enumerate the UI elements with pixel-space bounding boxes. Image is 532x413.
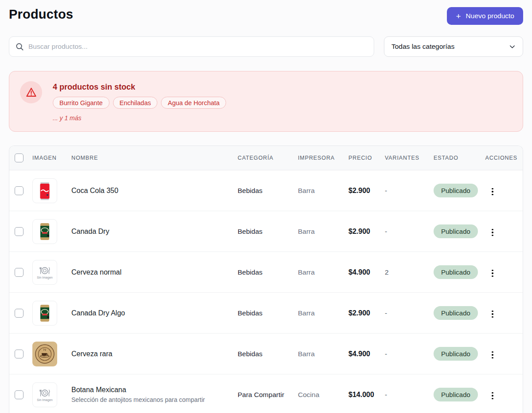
row-checkbox[interactable] bbox=[15, 309, 23, 318]
product-printer: Barra bbox=[298, 187, 348, 195]
chevron-down-icon bbox=[509, 43, 516, 50]
product-name: Cerveza rara bbox=[71, 350, 235, 358]
alert-title: 4 productos sin stock bbox=[53, 81, 226, 92]
product-printer: Barra bbox=[298, 309, 348, 317]
products-page: Productos + Nuevo producto Todas las cat… bbox=[0, 0, 532, 413]
kebab-menu-icon[interactable] bbox=[489, 226, 496, 239]
kebab-menu-icon[interactable] bbox=[489, 389, 496, 402]
product-category: Bebidas bbox=[238, 268, 298, 276]
product-price: $2.900 bbox=[348, 187, 385, 195]
product-price: $4.900 bbox=[348, 350, 385, 358]
table-body: Coca Cola 350 Bebidas Barra $2.900 - Pub… bbox=[9, 170, 523, 413]
product-image bbox=[32, 219, 57, 244]
alert-body: 4 productos sin stock Burrito GiganteEnc… bbox=[53, 81, 226, 122]
row-checkbox[interactable] bbox=[15, 390, 23, 399]
select-all-checkbox[interactable] bbox=[15, 153, 23, 162]
table-row: Canada Dry Algo Bebidas Barra $2.900 - P… bbox=[9, 293, 523, 334]
alert-product-pills: Burrito GiganteEnchiladasAgua de Horchat… bbox=[53, 97, 226, 109]
product-image: Sin Imagen bbox=[32, 260, 57, 285]
row-checkbox[interactable] bbox=[15, 186, 23, 195]
alert-product-pill: Enchiladas bbox=[113, 97, 158, 109]
kebab-menu-icon[interactable] bbox=[489, 308, 496, 321]
coca-cola-can bbox=[35, 180, 55, 202]
status-badge: Publicado bbox=[434, 388, 478, 401]
product-printer: Cocina bbox=[298, 391, 348, 399]
product-category: Bebidas bbox=[238, 309, 298, 317]
status-badge: Publicado bbox=[434, 306, 478, 320]
table-row: Canada Dry Bebidas Barra $2.900 - Public… bbox=[9, 211, 523, 252]
out-of-stock-alert: 4 productos sin stock Burrito GiganteEnc… bbox=[9, 71, 523, 132]
kebab-menu-icon[interactable] bbox=[489, 349, 496, 362]
product-description: Selección de antojitos mexicanos para co… bbox=[71, 396, 235, 403]
canada-dry-can bbox=[35, 220, 55, 243]
column-header-variantes: VARIANTES bbox=[385, 155, 434, 161]
product-variants: - bbox=[385, 187, 434, 195]
table-row: Cerveza rara Bebidas Barra $4.900 - Publ… bbox=[9, 334, 523, 374]
emporio-logo bbox=[32, 342, 57, 366]
product-name: Canada Dry Algo bbox=[71, 309, 235, 317]
new-product-label: Nuevo producto bbox=[466, 12, 514, 20]
search-box bbox=[9, 36, 374, 57]
kebab-menu-icon[interactable] bbox=[489, 185, 496, 198]
column-header-estado: ESTADO bbox=[434, 155, 482, 161]
warning-icon bbox=[20, 81, 42, 103]
alert-more-label: ... y 1 más bbox=[53, 114, 226, 122]
new-product-button[interactable]: + Nuevo producto bbox=[447, 7, 523, 25]
column-header-nombre: NOMBRE bbox=[71, 155, 238, 161]
page-title: Productos bbox=[9, 7, 73, 22]
status-badge: Publicado bbox=[434, 347, 478, 361]
column-header-imagen: IMAGEN bbox=[32, 155, 71, 161]
product-category: Bebidas bbox=[238, 228, 298, 236]
product-variants: - bbox=[385, 309, 434, 317]
category-filter-value: Todas las categorías bbox=[391, 43, 454, 51]
product-printer: Barra bbox=[298, 268, 348, 276]
product-price: $14.000 bbox=[348, 391, 385, 399]
product-name: Cerveza normal bbox=[71, 268, 235, 276]
product-category: Para Compartir bbox=[238, 391, 298, 399]
product-image bbox=[32, 301, 57, 326]
search-icon bbox=[16, 43, 24, 51]
product-category: Bebidas bbox=[238, 187, 298, 195]
table-header: IMAGEN NOMBRE CATEGORÍA IMPRESORA PRECIO… bbox=[9, 146, 523, 170]
no-image-plate-icon bbox=[39, 266, 50, 275]
product-name: Botana Mexicana bbox=[71, 386, 235, 394]
product-variants: - bbox=[385, 350, 434, 358]
product-variants: - bbox=[385, 391, 434, 399]
canada-dry-can bbox=[35, 302, 55, 324]
status-badge: Publicado bbox=[434, 184, 478, 197]
products-table: IMAGEN NOMBRE CATEGORÍA IMPRESORA PRECIO… bbox=[9, 146, 523, 413]
product-printer: Barra bbox=[298, 350, 348, 358]
status-badge: Publicado bbox=[434, 224, 478, 238]
topbar: Productos + Nuevo producto bbox=[9, 0, 523, 25]
product-image bbox=[32, 178, 57, 203]
filters-bar: Todas las categorías bbox=[9, 36, 523, 57]
column-header-categoria: CATEGORÍA bbox=[238, 155, 298, 161]
alert-product-pill: Burrito Gigante bbox=[53, 97, 110, 109]
table-row: Sin Imagen Cerveza normal Bebidas Barra … bbox=[9, 252, 523, 293]
no-image-plate-icon bbox=[39, 388, 50, 398]
product-name: Coca Cola 350 bbox=[71, 187, 235, 195]
row-checkbox[interactable] bbox=[15, 227, 23, 236]
kebab-menu-icon[interactable] bbox=[489, 267, 496, 280]
status-badge: Publicado bbox=[434, 265, 478, 279]
plus-icon: + bbox=[456, 12, 461, 20]
no-image-label: Sin Imagen bbox=[37, 398, 52, 401]
row-checkbox[interactable] bbox=[15, 268, 23, 277]
category-filter-select[interactable]: Todas las categorías bbox=[384, 36, 523, 57]
search-input[interactable] bbox=[28, 43, 368, 51]
product-price: $2.900 bbox=[348, 309, 385, 317]
row-checkbox[interactable] bbox=[15, 350, 23, 358]
product-printer: Barra bbox=[298, 228, 348, 236]
product-price: $4.900 bbox=[348, 268, 385, 276]
product-variants: 2 bbox=[385, 268, 434, 276]
no-image-label: Sin Imagen bbox=[37, 276, 52, 279]
product-variants: - bbox=[385, 228, 434, 236]
column-header-impresora: IMPRESORA bbox=[298, 155, 348, 161]
product-image bbox=[32, 342, 57, 366]
product-name: Canada Dry bbox=[71, 228, 235, 236]
column-header-precio: PRECIO bbox=[348, 155, 385, 161]
alert-product-pill: Agua de Horchata bbox=[161, 97, 226, 109]
table-row: Coca Cola 350 Bebidas Barra $2.900 - Pub… bbox=[9, 170, 523, 211]
product-category: Bebidas bbox=[238, 350, 298, 358]
table-row: Sin Imagen Botana Mexicana Selección de … bbox=[9, 374, 523, 413]
